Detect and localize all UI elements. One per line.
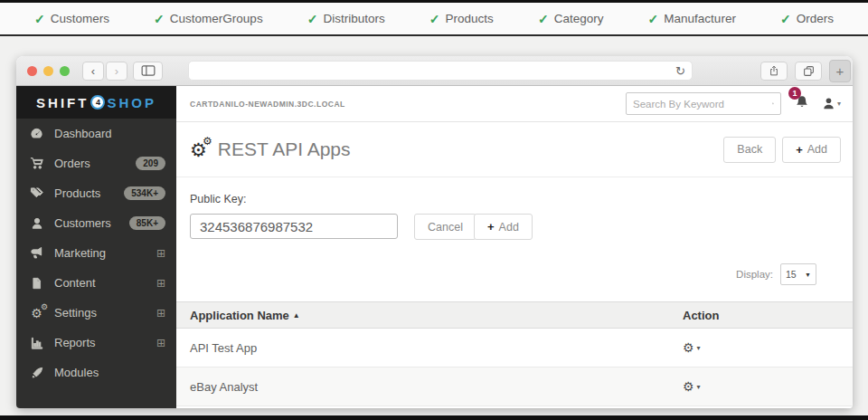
application-name-header[interactable]: Application Name ▲ xyxy=(176,309,683,322)
tabs-overview-button[interactable] xyxy=(795,62,822,81)
gear-glyph-small: ⚙ xyxy=(203,136,212,147)
status-item-label: Customers xyxy=(51,12,109,25)
public-key-input[interactable] xyxy=(190,214,398,239)
add-app-button[interactable]: + Add xyxy=(782,137,841,163)
table-header-row: Application Name ▲ Action xyxy=(176,301,853,329)
share-button[interactable] xyxy=(760,62,788,81)
page-size-select[interactable]: 15 ▼ xyxy=(780,263,816,285)
bar-chart-icon xyxy=(29,337,44,349)
browser-right-buttons: + xyxy=(760,60,845,82)
url-bar[interactable]: ↻ xyxy=(188,61,693,81)
admin-app: SHIFT 4 SHOP Dashboard Orders 209 xyxy=(16,86,853,408)
share-icon xyxy=(769,64,779,77)
migration-status-bar: ✓ Customers ✓ CustomerGroups ✓ Distribut… xyxy=(0,3,868,36)
table-row: eBay Analyst ⚙ ▾ xyxy=(176,368,853,406)
browser-forward-button[interactable]: › xyxy=(106,62,127,81)
gears-icon: ⚙ ⚙ xyxy=(190,140,207,159)
user-avatar-icon xyxy=(822,97,835,110)
sidebar-item-label: Orders xyxy=(54,157,90,170)
logo-four-icon: 4 xyxy=(90,95,105,110)
user-icon xyxy=(29,217,44,230)
chevron-down-icon: ▾ xyxy=(697,383,701,391)
browser-toolbar: ‹ › ↻ xyxy=(16,56,853,86)
sidebar-toggle-icon xyxy=(141,65,156,76)
logo-text-shop: SHOP xyxy=(107,95,156,110)
action-header: Action xyxy=(683,309,853,322)
document-icon xyxy=(29,277,44,290)
sidebar-item-customers[interactable]: Customers 85K+ xyxy=(16,208,176,238)
sidebar-item-orders[interactable]: Orders 209 xyxy=(16,148,176,178)
status-item-orders: ✓ Orders xyxy=(780,12,834,26)
sort-ascending-icon: ▲ xyxy=(293,311,300,320)
expand-icon[interactable]: ⊞ xyxy=(156,277,165,290)
display-page-size-row: Display: 15 ▼ xyxy=(736,263,816,285)
status-item-distributors: ✓ Distributors xyxy=(307,12,385,26)
browser-window: ‹ › ↻ xyxy=(16,56,853,408)
plus-icon: + xyxy=(796,143,803,157)
sidebar-item-settings[interactable]: ⚙ ⚙ Settings ⊞ xyxy=(16,298,176,328)
shift4shop-logo[interactable]: SHIFT 4 SHOP xyxy=(16,86,176,119)
check-icon: ✓ xyxy=(538,12,549,26)
sidebar-item-label: Dashboard xyxy=(54,127,112,140)
customers-count-badge: 85K+ xyxy=(129,216,165,230)
sidebar-item-label: Reports xyxy=(54,336,96,349)
add-button-label: Add xyxy=(499,221,519,234)
check-icon: ✓ xyxy=(648,12,659,26)
sidebar-item-label: Marketing xyxy=(54,246,106,260)
url-input[interactable] xyxy=(195,65,675,76)
confirm-add-button[interactable]: + Add xyxy=(474,214,533,240)
status-item-customergroups: ✓ CustomerGroups xyxy=(154,12,263,26)
check-icon: ✓ xyxy=(429,12,440,26)
new-tab-button[interactable]: + xyxy=(829,60,851,82)
close-window-button[interactable] xyxy=(27,66,37,76)
page-title-row: ⚙ ⚙ REST API Apps Back + Add xyxy=(176,122,853,177)
browser-back-button[interactable]: ‹ xyxy=(82,62,104,81)
status-item-label: Distributors xyxy=(323,12,384,25)
sidebar-item-reports[interactable]: Reports ⊞ xyxy=(16,328,176,358)
rocket-icon xyxy=(29,367,44,379)
store-domain: CARTDANILO-NEWADMIN.3DC.LOCAL xyxy=(190,100,345,109)
minimize-window-button[interactable] xyxy=(43,66,53,76)
screen: ✓ Customers ✓ CustomerGroups ✓ Distribut… xyxy=(0,0,868,420)
notifications-button[interactable]: 1 xyxy=(795,95,809,113)
row-actions-menu-button[interactable]: ⚙ ▾ xyxy=(683,379,701,394)
logo-text-shift: SHIFT xyxy=(36,95,89,110)
status-item-manufacturer: ✓ Manufacturer xyxy=(648,12,736,26)
account-menu-button[interactable]: ▾ xyxy=(822,97,841,110)
check-icon: ✓ xyxy=(307,12,318,26)
app-name-cell: API Test App xyxy=(176,341,683,355)
search-icon[interactable] xyxy=(772,98,774,110)
sidebar-item-marketing[interactable]: Marketing ⊞ xyxy=(16,238,176,268)
page-title: REST API Apps xyxy=(218,138,351,160)
maximize-window-button[interactable] xyxy=(60,66,70,76)
sidebar-item-label: Content xyxy=(54,276,96,290)
sidebar-item-modules[interactable]: Modules xyxy=(16,358,176,387)
check-icon: ✓ xyxy=(154,12,165,26)
row-actions-menu-button[interactable]: ⚙ ▾ xyxy=(683,340,701,355)
cart-icon xyxy=(29,157,44,170)
sidebar-item-label: Customers xyxy=(54,216,111,230)
application-name-header-label: Application Name xyxy=(190,309,289,322)
page-size-value: 15 xyxy=(786,269,797,280)
gears-icon: ⚙ ⚙ xyxy=(29,307,44,320)
status-item-label: Category xyxy=(554,12,604,25)
search-input[interactable] xyxy=(633,99,772,110)
sidebar-item-content[interactable]: Content ⊞ xyxy=(16,268,176,298)
action-cell: ⚙ ▾ xyxy=(683,379,853,394)
status-item-category: ✓ Category xyxy=(538,12,604,26)
app-name-cell: eBay Analyst xyxy=(176,380,683,394)
sidebar-item-dashboard[interactable]: Dashboard xyxy=(16,119,176,148)
keyword-search[interactable] xyxy=(626,92,781,115)
sidebar-item-label: Products xyxy=(54,186,100,200)
sidebar-item-products[interactable]: Products 534K+ xyxy=(16,178,176,208)
main-content: CARTDANILO-NEWADMIN.3DC.LOCAL xyxy=(176,86,853,408)
sidebar-toggle-button[interactable] xyxy=(133,62,163,81)
expand-icon[interactable]: ⊞ xyxy=(156,337,165,349)
chevron-down-icon: ▾ xyxy=(697,344,701,352)
back-button[interactable]: Back xyxy=(723,137,776,163)
expand-icon[interactable]: ⊞ xyxy=(156,307,165,320)
status-item-label: Products xyxy=(446,12,494,25)
reload-icon[interactable]: ↻ xyxy=(675,65,685,77)
cancel-button[interactable]: Cancel xyxy=(414,214,476,240)
expand-icon[interactable]: ⊞ xyxy=(156,247,165,260)
